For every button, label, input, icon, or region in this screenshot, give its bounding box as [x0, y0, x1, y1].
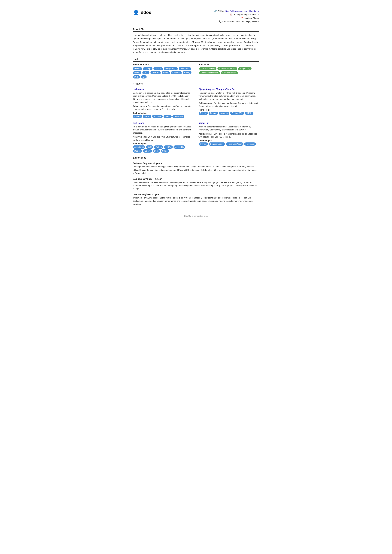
project-tech-tags: PythonBeautifulSoup4Fake-UserAgentReques… — [199, 142, 259, 145]
project-tech-tags: PythonDjangoAiogramPostgreSQLHTML — [199, 112, 259, 115]
experience-title: Experience — [133, 156, 259, 160]
project-tech-tag: BeautifulSoup4 — [209, 142, 225, 145]
contact-row: 📞 Contact: ddosmukhambetov@gmail.com — [214, 20, 259, 23]
header-left: 👤 ddos — [133, 9, 151, 15]
languages-row: 🃏 Languages: English, Russian — [214, 13, 259, 16]
technical-skill-tag: JavaScript — [179, 67, 191, 70]
project-tech-tag: CSS — [146, 145, 153, 149]
technical-tags-row: PythonDjangoDockerPostgreSQLJavaScriptHT… — [133, 67, 193, 78]
location-label: Location: — [244, 16, 252, 20]
about-text: I am a dedicated software engineer with … — [133, 34, 259, 54]
experience-item: Software Engineer - 2 yearsDeveloped and… — [133, 162, 259, 175]
technical-skill-tag: Redis — [162, 71, 170, 74]
project-desc: An e-commerce website built using Django… — [133, 125, 194, 135]
footer-text: This CV is generated by AI — [184, 215, 208, 217]
projects-section: Projects code-to-cvCodeToCv is a pet pro… — [133, 82, 259, 153]
technical-skill-tag: Celery — [183, 71, 191, 74]
footer: This CV is generated by AI — [133, 212, 259, 217]
github-row: 🔗 GitHub: https://github.com/ddosmukhamb… — [214, 9, 259, 13]
project-title[interactable]: code-to-cv — [133, 88, 194, 90]
experience-desc: Developed and maintained web application… — [133, 165, 259, 175]
project-title[interactable]: snik_store — [133, 122, 194, 124]
project-tech-tag: Python — [154, 145, 163, 149]
project-tech-label: Technologies: — [133, 112, 194, 114]
contact-value: ddosmukhambetov@gmail.com — [230, 20, 259, 23]
project-tech-tag: Dockerfile — [172, 115, 184, 118]
experience-desc: Built and optimized backend services for… — [133, 181, 259, 190]
project-tech-tag: DRF — [153, 149, 160, 152]
technical-skills-label: Technical Skills: — [133, 63, 193, 66]
languages-label: Languages: — [233, 13, 243, 16]
project-tech-tag: JavaScript — [133, 145, 145, 149]
project-desc: A simple parser for HeadHunter vacancies… — [199, 125, 259, 132]
languages-icon: 🃏 — [229, 13, 232, 16]
project-tech-label: Technologies: — [199, 139, 259, 142]
project-item: DjangoAiogram_TelegramStoreBotTelegram b… — [199, 88, 259, 118]
projects-title: Projects — [133, 82, 259, 86]
project-tech-tag: Stripe — [161, 149, 169, 152]
project-tech-tag: Aiogram — [219, 112, 229, 115]
project-tech-tag: Django — [133, 149, 142, 152]
header: 👤 ddos 🔗 GitHub: https://github.com/ddos… — [133, 9, 259, 23]
project-tech-tag: Requests — [244, 142, 256, 145]
experience-job-title: Software Engineer - 2 years — [133, 162, 259, 165]
soft-skill-tag: Adaptability — [238, 67, 252, 70]
soft-skills-label: Soft Skills: — [199, 63, 259, 66]
project-tech-tag: HTML — [245, 112, 253, 115]
header-right: 🔗 GitHub: https://github.com/ddosmukhamb… — [214, 9, 259, 23]
technical-skill-tag: FastAPI — [150, 71, 161, 74]
experience-item: Backend Developer - 1 yearBuilt and opti… — [133, 178, 259, 190]
location-icon: 📍 — [241, 16, 243, 20]
about-title: About Me — [133, 28, 259, 32]
location-row: 📍 Location: Almaty — [214, 16, 259, 20]
technical-skill-tag: CSS — [142, 71, 150, 74]
project-tech-tag: Python — [133, 115, 142, 118]
languages-value: English, Russian — [244, 13, 259, 16]
project-item: snik_storeAn e-commerce website built us… — [133, 122, 194, 153]
project-tech-tag: PostgreSQL — [230, 112, 244, 115]
project-tech-tag: Python — [199, 112, 208, 115]
technical-skill-tag: PostgreSQL — [164, 67, 178, 70]
skills-container: Technical Skills: PythonDjangoDockerPost… — [133, 63, 259, 78]
technical-skill-tag: HTML — [133, 71, 141, 74]
contact-label: Contact: — [222, 20, 230, 23]
about-section: About Me I am a dedicated software engin… — [133, 28, 259, 54]
skills-title: Skills — [133, 58, 259, 62]
technical-skill-tag: Swagger — [171, 71, 182, 74]
project-tech-tags: JavaScriptCSSPythonHTMLDockerfileDjangoC… — [133, 145, 194, 152]
experience-section: Experience Software Engineer - 2 yearsDe… — [133, 156, 259, 206]
soft-skills-col: Soft Skills: Problem-solvingTeam collabo… — [199, 63, 259, 78]
github-link[interactable]: https://github.com/ddosmukhambetov — [225, 9, 259, 13]
project-tech-tag: Mako — [163, 115, 172, 118]
project-achievements: Achievements: Developed a functional par… — [199, 132, 259, 138]
technical-skill-tag: Python — [133, 67, 142, 70]
project-tech-tag: Celery — [143, 149, 152, 152]
soft-skill-tag: Continuous learning — [199, 71, 220, 74]
project-achievements: Achievements: Developed a dynamic web pl… — [133, 105, 194, 111]
project-achievements: Achievements: Created a comprehensive Te… — [199, 102, 259, 108]
project-item: code-to-cvCodeToCv is a pet project that… — [133, 88, 194, 118]
project-title[interactable]: parser_hh — [199, 122, 259, 124]
technical-skills-col: Technical Skills: PythonDjangoDockerPost… — [133, 63, 193, 78]
username-title: ddos — [141, 10, 151, 15]
project-tech-tag: Django — [209, 112, 218, 115]
soft-tags-row: Problem-solvingTeam collaborationAdaptab… — [199, 67, 259, 74]
project-achievements: Achievements: Built and deployed a full-… — [133, 135, 194, 141]
project-desc: Telegram bot store written in Python wit… — [199, 91, 259, 101]
person-icon: 👤 — [133, 9, 139, 15]
project-tech-tag: Fake-UserAgent — [226, 142, 244, 145]
experience-desc: Implemented CI/CD pipelines using Jenkin… — [133, 196, 259, 206]
project-desc: CodeToCv is a pet project that generates… — [133, 91, 194, 104]
project-tech-tag: Dockerfile — [174, 145, 185, 149]
project-item: parser_hhA simple parser for HeadHunter … — [199, 122, 259, 153]
project-tech-tag: HTML — [143, 115, 151, 118]
experience-job-title: Backend Developer - 1 year — [133, 178, 259, 180]
project-tech-label: Technologies: — [199, 109, 259, 111]
project-title[interactable]: DjangoAiogram_TelegramStoreBot — [199, 88, 259, 90]
experience-item: DevOps Engineer - 1 yearImplemented CI/C… — [133, 193, 259, 206]
contact-icon: 📞 — [219, 20, 222, 23]
project-tech-tag: Python — [199, 142, 208, 145]
github-label: GitHub: — [217, 9, 224, 13]
soft-skill-tag: Team collaboration — [217, 67, 237, 70]
soft-skill-tag: Communication — [221, 71, 238, 74]
